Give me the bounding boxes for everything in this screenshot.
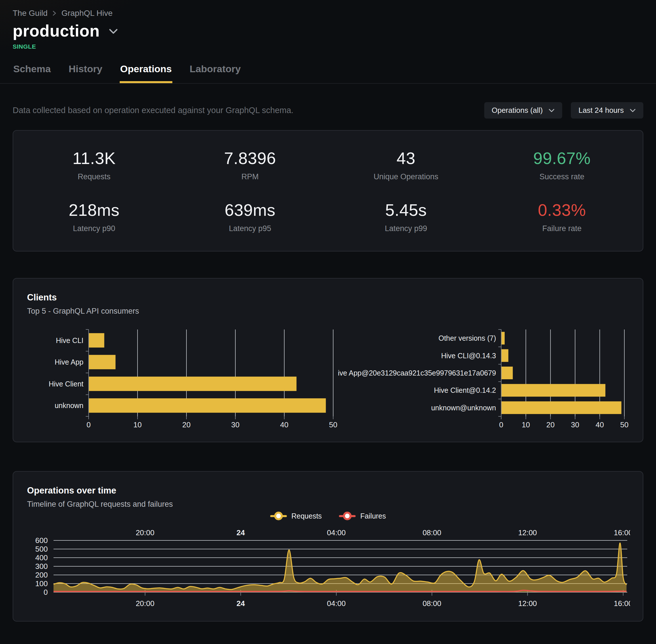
bar-unknown-unknown[interactable] (501, 401, 622, 414)
y-tick-label: 600 (36, 536, 48, 545)
category-label: Hive CLI@0.14.3 (441, 352, 496, 360)
clients-by-name-chart: 01020304050Hive CLIHive AppHive Clientun… (27, 328, 338, 430)
x-tick-label: 20 (182, 420, 191, 429)
legend-item-failures[interactable]: Failures (339, 512, 386, 520)
category-label: unknown (55, 401, 84, 410)
operations-page: Data collected based on operation execut… (0, 102, 656, 622)
tab-bar: Schema History Operations Laboratory (13, 63, 643, 83)
bar-other-versions-7-[interactable] (501, 332, 505, 344)
chevron-down-icon (630, 109, 636, 113)
x-tick-label: 24 (236, 528, 245, 537)
y-tick-label: 500 (36, 545, 48, 553)
y-tick-label: 200 (36, 571, 48, 579)
stat-latency-p99: 5.45s Latency p99 (328, 200, 484, 233)
bar-hive-cli[interactable] (89, 333, 104, 348)
y-tick-label: 0 (44, 588, 48, 597)
clients-card-title: Clients (27, 292, 629, 303)
x-tick-label: 30 (571, 420, 579, 429)
timeline-legend: Requests Failures (27, 512, 629, 520)
stat-latency-p95: 639ms Latency p95 (172, 200, 328, 233)
tab-history[interactable]: History (68, 63, 103, 83)
operations-card-subtitle: Timeline of GraphQL requests and failure… (27, 500, 629, 509)
stat-failure-rate: 0.33% Failure rate (484, 200, 640, 233)
x-tick-label: 10 (134, 420, 142, 429)
target-mode-badge: SINGLE (13, 43, 643, 50)
bar-hive-client-0-14-2[interactable] (501, 384, 605, 396)
page-title: production (13, 21, 100, 40)
chevron-right-icon (52, 10, 57, 17)
x-tick-label: 12:00 (518, 528, 537, 537)
x-tick-label: 12:00 (518, 599, 537, 608)
chevron-down-icon (548, 109, 555, 113)
x-tick-label: 0 (499, 420, 503, 429)
tab-schema[interactable]: Schema (13, 63, 51, 83)
x-tick-label: 10 (522, 420, 530, 429)
y-tick-label: 300 (36, 562, 48, 571)
toolbar: Data collected based on operation execut… (13, 102, 643, 119)
x-tick-label: 40 (280, 420, 288, 429)
x-tick-label: 40 (595, 420, 604, 429)
y-tick-label: 100 (36, 579, 48, 588)
category-label: Other versions (7) (439, 334, 496, 342)
x-tick-label: 08:00 (423, 599, 441, 608)
operations-over-time-card: Operations over time Timeline of GraphQL… (13, 471, 643, 622)
toolbar-filters: Operations (all) Last 24 hours (484, 102, 643, 119)
operations-filter-select[interactable]: Operations (all) (484, 102, 562, 119)
x-tick-label: 16:00 (614, 528, 630, 537)
stat-rpm: 7.8396 RPM (172, 148, 328, 181)
clients-card: Clients Top 5 - GraphQL API consumers 01… (13, 278, 643, 442)
category-label: Hive App@20e3129caa921c35e9979631e17a067… (338, 369, 496, 377)
stat-success-rate: 99.67% Success rate (484, 148, 640, 181)
operations-filter-value: Operations (all) (492, 106, 543, 115)
tab-laboratory[interactable]: Laboratory (189, 63, 241, 83)
clients-by-version-chart: 01020304050Other versions (7)Hive CLI@0.… (338, 328, 629, 430)
x-tick-label: 08:00 (423, 528, 441, 537)
failures-series-icon (339, 512, 356, 520)
page-header: The Guild GraphQL Hive production SINGLE… (0, 0, 656, 84)
breadcrumb-project-link[interactable]: GraphQL Hive (61, 9, 113, 18)
clients-card-subtitle: Top 5 - GraphQL API consumers (27, 307, 629, 316)
category-label: Hive App (55, 358, 84, 366)
target-selector-chevron-down-icon[interactable] (109, 28, 118, 36)
stat-latency-p90: 218ms Latency p90 (16, 200, 172, 233)
operations-card-title: Operations over time (27, 485, 629, 496)
category-label: Hive CLI (56, 337, 84, 344)
category-label: Hive Client@0.14.2 (434, 386, 496, 394)
legend-item-requests[interactable]: Requests (270, 512, 322, 520)
bar-unknown[interactable] (89, 398, 326, 413)
time-range-select[interactable]: Last 24 hours (571, 102, 643, 119)
category-label: Hive Client (49, 380, 84, 388)
x-tick-label: 20:00 (136, 528, 155, 537)
stat-unique-operations: 43 Unique Operations (328, 148, 484, 181)
x-tick-label: 24 (236, 599, 245, 608)
x-tick-label: 0 (87, 420, 91, 429)
x-tick-label: 20 (546, 420, 555, 429)
requests-area (53, 543, 627, 592)
bar-hive-app-20e3129caa921c35e9979631e17a0679[interactable] (501, 367, 513, 379)
bar-hive-cli-0-14-3[interactable] (501, 349, 509, 362)
stat-requests: 11.3K Requests (16, 148, 172, 181)
x-tick-label: 50 (620, 420, 629, 429)
x-tick-label: 50 (329, 420, 337, 429)
tab-operations[interactable]: Operations (120, 63, 172, 83)
x-tick-label: 30 (231, 420, 240, 429)
time-range-value: Last 24 hours (578, 106, 624, 115)
page-description: Data collected based on operation execut… (13, 106, 294, 115)
x-tick-label: 04:00 (327, 528, 346, 537)
breadcrumb-org-link[interactable]: The Guild (13, 9, 47, 18)
bar-hive-app[interactable] (89, 355, 116, 369)
breadcrumb: The Guild GraphQL Hive (13, 9, 643, 18)
bar-hive-client[interactable] (89, 377, 297, 391)
x-tick-label: 04:00 (327, 599, 346, 608)
category-label: unknown@unknown (431, 404, 496, 412)
stats-summary-card: 11.3K Requests 7.8396 RPM 43 Unique Oper… (13, 130, 643, 252)
x-tick-label: 20:00 (136, 599, 155, 608)
requests-series-icon (270, 512, 287, 520)
y-tick-label: 400 (36, 553, 48, 562)
x-tick-label: 16:00 (614, 599, 630, 608)
operations-timeline-chart: 010020030040050060020:0020:00242404:0004… (27, 528, 630, 611)
